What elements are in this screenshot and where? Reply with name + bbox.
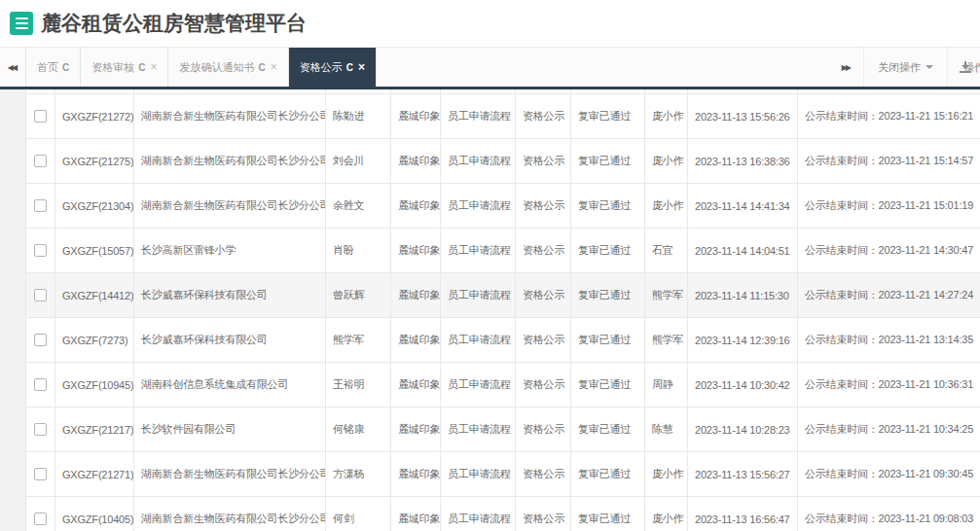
row-checkbox-cell — [26, 139, 55, 183]
close-tab-icon[interactable]: × — [150, 60, 157, 74]
cell-apply-time: 2023-11-14 11:15:30 — [688, 273, 798, 317]
table-row[interactable]: GXGZF(21275)湖南新合新生物医药有限公司长沙分公司刘会川麓城印象员工申… — [26, 139, 980, 184]
cell-code: GXGZF(21275) — [55, 139, 134, 183]
table-row[interactable]: GXGZF(21304)湖南新合新生物医药有限公司长沙分公司余胜文麓城印象员工申… — [26, 184, 980, 229]
close-operations-dropdown[interactable]: 关闭操作 — [863, 48, 947, 87]
refresh-icon[interactable]: C — [138, 62, 145, 73]
cell-operator: 庞小作 — [645, 139, 688, 183]
scroll-tabs-left-button[interactable]: ◀◀ — [0, 48, 26, 87]
row-checkbox[interactable] — [34, 244, 47, 257]
main-content: GXGZF(21272)湖南新合新生物医药有限公司长沙分公司陈勤进麓城印象员工申… — [0, 89, 980, 531]
cell-operator: 熊学军 — [645, 273, 688, 317]
scroll-tabs-right-button[interactable]: ▶▶ — [828, 48, 863, 87]
cell-code: GXGZF(15057) — [55, 229, 134, 272]
table-row[interactable]: GXGZF(7273)长沙威嘉环保科技有限公司熊学军麓城印象员工申请流程资格公示… — [26, 318, 980, 363]
cell-status: 复审已通过 — [571, 94, 645, 138]
cell-code: GXGZF(7273) — [55, 318, 134, 362]
cell-status: 复审已通过 — [571, 273, 645, 317]
row-checkbox[interactable] — [34, 110, 47, 123]
clipped-cell — [326, 89, 391, 93]
row-checkbox[interactable] — [34, 423, 47, 436]
cell-apply-time: 2023-11-13 15:56:26 — [688, 94, 798, 138]
tab-home[interactable]: 首页C — [26, 48, 81, 87]
tab-label: 资格审核 — [91, 60, 134, 75]
cell-stage: 资格公示 — [516, 363, 571, 407]
cell-code: GXGZF(21272) — [55, 94, 134, 138]
table-row[interactable]: GXGZF(10945)湖南科创信息系统集成有限公司王裕明麓城印象员工申请流程资… — [26, 363, 980, 407]
cell-project: 麓城印象 — [391, 407, 441, 451]
table-row[interactable]: GXGZF(15057)长沙高新区雷锋小学肖盼麓城印象员工申请流程资格公示复审已… — [26, 229, 980, 273]
clipped-cell — [134, 89, 326, 93]
clipped-cell — [516, 89, 571, 93]
tab-list: 首页C资格审核C×发放确认通知书C×资格公示C× — [26, 48, 377, 87]
refresh-icon[interactable]: C — [62, 62, 69, 73]
cell-status: 复审已通过 — [571, 452, 645, 496]
cell-company: 湖南新合新生物医药有限公司长沙分公司 — [134, 94, 326, 138]
cell-status: 复审已通过 — [571, 184, 645, 228]
row-checkbox[interactable] — [34, 199, 47, 212]
cell-code: GXGZF(21304) — [55, 184, 134, 228]
cell-process: 员工申请流程 — [441, 407, 516, 451]
cell-code: GXGZF(10405) — [55, 497, 134, 531]
clipped-cell — [645, 89, 688, 93]
cell-process: 员工申请流程 — [441, 94, 516, 138]
cell-process: 员工申请流程 — [441, 229, 516, 272]
cell-project: 麓城印象 — [391, 139, 441, 183]
refresh-icon[interactable]: C — [258, 62, 265, 73]
cell-company: 长沙威嘉环保科技有限公司 — [134, 318, 326, 362]
cell-company: 湖南新合新生物医药有限公司长沙分公司 — [134, 497, 326, 531]
cell-applicant: 余胜文 — [326, 184, 391, 228]
table-body: GXGZF(21272)湖南新合新生物医药有限公司长沙分公司陈勤进麓城印象员工申… — [26, 94, 980, 531]
cell-end-time: 公示结束时间：2023-11-21 14:27:24 — [798, 273, 980, 317]
cell-code: GXGZF(21217) — [55, 407, 134, 451]
left-gutter — [0, 89, 26, 531]
tab-issue-confirmation-notice[interactable]: 发放确认通知书C× — [168, 48, 288, 87]
refresh-icon[interactable]: C — [346, 62, 353, 73]
hamburger-menu-button[interactable] — [10, 12, 33, 35]
cell-applicant: 熊学军 — [326, 318, 391, 362]
close-tab-icon[interactable]: × — [271, 60, 277, 74]
cell-apply-time: 2023-11-14 14:41:34 — [688, 184, 798, 228]
table-row[interactable]: GXGZF(21271)湖南新合新生物医药有限公司长沙分公司方潇杨麓城印象员工申… — [26, 452, 980, 497]
tab-label: 发放确认通知书 — [179, 60, 254, 75]
cell-project: 麓城印象 — [391, 363, 441, 407]
row-checkbox[interactable] — [34, 289, 47, 301]
table-row[interactable]: GXGZF(21217)长沙软件园有限公司何铭康麓城印象员工申请流程资格公示复审… — [26, 407, 980, 452]
row-checkbox-cell — [26, 184, 55, 228]
row-checkbox[interactable] — [34, 334, 47, 346]
row-checkbox-cell — [26, 407, 55, 451]
cell-applicant: 王裕明 — [326, 363, 391, 407]
cell-status: 复审已通过 — [571, 497, 645, 531]
cell-applicant: 刘会川 — [326, 139, 391, 183]
tab-qualification-review[interactable]: 资格审核C× — [81, 48, 168, 87]
cell-process: 员工申请流程 — [441, 497, 516, 531]
cell-code: GXGZF(14412) — [55, 273, 134, 317]
cell-stage: 资格公示 — [516, 497, 571, 531]
close-tab-icon[interactable]: × — [358, 60, 365, 74]
cell-end-time: 公示结束时间：2023-11-21 10:36:31 — [798, 363, 980, 407]
table-row[interactable]: GXGZF(10405)湖南新合新生物医药有限公司长沙分公司何剑麓城印象员工申请… — [26, 497, 980, 531]
table-row[interactable]: GXGZF(21272)湖南新合新生物医药有限公司长沙分公司陈勤进麓城印象员工申… — [26, 94, 980, 139]
cell-end-time: 公示结束时间：2023-11-21 14:30:47 — [798, 229, 980, 272]
caret-down-icon — [926, 65, 933, 69]
row-checkbox[interactable] — [34, 155, 47, 167]
row-checkbox[interactable] — [34, 468, 47, 480]
table-row[interactable]: GXGZF(14412)长沙威嘉环保科技有限公司曾跃辉麓城印象员工申请流程资格公… — [26, 273, 980, 318]
cell-applicant: 何铭康 — [326, 407, 391, 451]
app-window: 麓谷租赁公租房智慧管理平台 ◀◀ 首页C资格审核C×发放确认通知书C×资格公示C… — [0, 0, 980, 531]
cell-company: 长沙威嘉环保科技有限公司 — [134, 273, 326, 317]
cell-end-time: 公示结束时间：2023-11-21 15:16:21 — [798, 94, 980, 138]
cell-company: 长沙高新区雷锋小学 — [134, 229, 326, 272]
cell-end-time: 公示结束时间：2023-11-21 13:14:35 — [798, 318, 980, 362]
export-operations-button[interactable]: 操作 — [947, 48, 980, 87]
cell-stage: 资格公示 — [516, 452, 571, 496]
cell-stage: 资格公示 — [516, 273, 571, 317]
row-checkbox[interactable] — [34, 378, 47, 391]
row-checkbox[interactable] — [34, 513, 47, 525]
cell-project: 麓城印象 — [391, 94, 441, 138]
cell-stage: 资格公示 — [516, 184, 571, 228]
tab-qualification-publicity[interactable]: 资格公示C× — [289, 48, 377, 87]
cell-code: GXGZF(21271) — [55, 452, 134, 496]
cell-project: 麓城印象 — [391, 184, 441, 228]
clipped-cell — [441, 89, 516, 93]
